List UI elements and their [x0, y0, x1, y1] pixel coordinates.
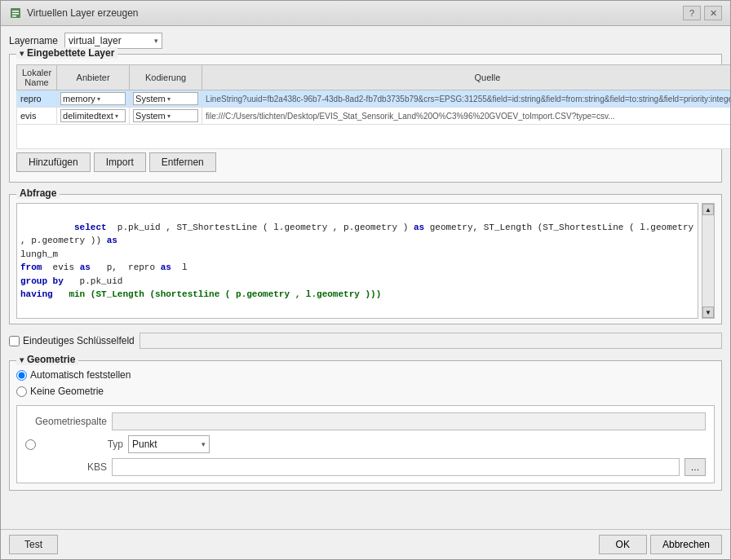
geometry-content: Automatisch feststellen Keine Geometrie …: [10, 361, 721, 490]
query-content: select p.pk_uid , ST_ShortestLine ( l.ge…: [10, 195, 721, 324]
embedded-layers-group: ▾ Eingebettete Layer Lokaler Name Anbiet…: [9, 54, 722, 183]
close-button[interactable]: ✕: [704, 6, 722, 20]
row1-encoding-combo[interactable]: System ▾: [133, 92, 198, 105]
row2-encoding-combo[interactable]: System ▾: [133, 109, 198, 122]
table-row[interactable]: repro memory ▾ System ▾: [17, 90, 731, 108]
title-bar-left: Virtuellen Layer erzeugen: [9, 7, 139, 20]
geo-type-row: Typ Punkt ▾: [25, 435, 706, 453]
row2-provider-arrow: ▾: [115, 112, 118, 120]
dialog-title: Virtuellen Layer erzeugen: [27, 7, 139, 19]
svg-rect-3: [12, 15, 16, 17]
embedded-layers-collapse[interactable]: ▾: [20, 49, 24, 58]
table-row[interactable]: evis delimitedtext ▾ System ▾: [17, 108, 731, 125]
geo-type-radio-label: [25, 439, 37, 450]
scroll-track: [702, 215, 714, 306]
title-bar-right: ? ✕: [683, 6, 722, 20]
footer: Test OK Abbrechen: [1, 529, 730, 559]
unique-key-checkbox-label: Eindeutiges Schlüsselfeld: [9, 335, 135, 346]
geo-col-row: Geometriespalte: [25, 412, 706, 430]
embedded-layers-content: Lokaler Name Anbieter Kodierung Quelle r…: [10, 55, 721, 182]
query-title: Abfrage: [16, 187, 60, 199]
layer-name-row: Layername virtual_layer ▾: [9, 33, 722, 49]
auto-detect-label: Automatisch feststellen: [30, 369, 131, 381]
layer-name-label: Layername: [9, 35, 58, 46]
row1-name: repro: [17, 90, 57, 108]
geometry-title: ▾ Geometrie: [16, 354, 78, 365]
ok-button[interactable]: OK: [599, 535, 647, 554]
row1-provider-arrow: ▾: [97, 95, 100, 103]
layers-table: Lokaler Name Anbieter Kodierung Quelle r…: [16, 64, 730, 149]
geo-kbs-row: KBS …: [25, 458, 706, 476]
layer-name-value: virtual_layer: [69, 35, 122, 46]
unique-key-checkbox[interactable]: [9, 336, 20, 346]
geo-kbs-input[interactable]: [112, 458, 680, 476]
cancel-button[interactable]: Abbrechen: [650, 535, 722, 554]
import-button[interactable]: Import: [94, 152, 146, 172]
remove-button[interactable]: Entfernen: [149, 152, 216, 172]
col-header-name: Lokaler Name: [17, 65, 57, 90]
unique-key-row: Eindeutiges Schlüsselfeld: [9, 333, 722, 349]
geometry-sub-box: Geometriespalte Typ Punkt ▾: [16, 405, 715, 483]
no-geometry-radio-label: Keine Geometrie: [16, 386, 715, 397]
row1-encoding-arrow: ▾: [167, 95, 171, 103]
row2-encoding: System ▾: [130, 108, 202, 125]
help-button[interactable]: ?: [683, 6, 701, 20]
layer-name-combo[interactable]: virtual_layer ▾: [64, 33, 162, 49]
col-header-source: Quelle: [202, 65, 730, 90]
embedded-layers-title: ▾ Eingebettete Layer: [16, 47, 117, 59]
scroll-up-button[interactable]: ▲: [702, 204, 714, 215]
main-dialog: Virtuellen Layer erzeugen ? ✕ Layername …: [0, 0, 731, 560]
svg-rect-2: [12, 13, 19, 15]
table-header-row: Lokaler Name Anbieter Kodierung Quelle: [17, 65, 731, 90]
geometry-collapse-arrow[interactable]: ▾: [20, 355, 24, 364]
geometry-title-label: Geometrie: [27, 354, 75, 365]
geometry-section: ▾ Geometrie Automatisch feststellen Kein…: [9, 360, 722, 491]
row1-source-text: LineString?uuid=fb2a438c-96b7-43db-8ad2-…: [206, 95, 730, 104]
row1-source: LineString?uuid=fb2a438c-96b7-43db-8ad2-…: [202, 90, 730, 108]
row2-source-text: file:///C:/Users/tlichten/Desktop/EVIS_S…: [206, 112, 614, 121]
geo-kbs-browse-button[interactable]: …: [684, 458, 706, 476]
no-geometry-label: Keine Geometrie: [30, 386, 104, 397]
test-button[interactable]: Test: [9, 535, 58, 554]
footer-right: OK Abbrechen: [599, 535, 722, 554]
unique-key-input[interactable]: [140, 333, 722, 349]
unique-key-label: Eindeutiges Schlüsselfeld: [23, 335, 135, 346]
dialog-content: Layername virtual_layer ▾ ▾ Eingebettete…: [1, 26, 730, 529]
row2-name: evis: [17, 108, 57, 125]
row2-provider-combo[interactable]: delimitedtext ▾: [60, 109, 126, 122]
title-bar: Virtuellen Layer erzeugen ? ✕: [1, 1, 730, 26]
auto-detect-radio[interactable]: [16, 370, 27, 381]
col-header-provider: Anbieter: [57, 65, 130, 90]
add-button[interactable]: Hinzufügen: [16, 152, 91, 172]
auto-detect-radio-label: Automatisch feststellen: [16, 369, 715, 381]
geo-type-combo[interactable]: Punkt ▾: [128, 435, 210, 453]
embedded-layers-label: Eingebettete Layer: [27, 47, 114, 59]
table-empty-row: [17, 125, 731, 149]
query-section: Abfrage select p.pk_uid , ST_ShortestLin…: [9, 194, 722, 324]
scroll-down-button[interactable]: ▼: [702, 306, 714, 318]
geo-type-label: Typ: [42, 439, 123, 450]
geo-col-input[interactable]: [112, 412, 706, 430]
row1-provider: memory ▾: [57, 90, 130, 108]
no-geometry-radio[interactable]: [16, 386, 27, 397]
row2-encoding-arrow: ▾: [167, 112, 171, 120]
row1-provider-combo[interactable]: memory ▾: [60, 92, 126, 105]
geo-type-arrow: ▾: [202, 440, 206, 448]
geo-type-value: Punkt: [132, 439, 157, 450]
geo-kbs-label: KBS: [25, 461, 107, 473]
sql-editor[interactable]: select p.pk_uid , ST_ShortestLine ( l.ge…: [16, 203, 698, 319]
row2-source: file:///C:/Users/tlichten/Desktop/EVIS_S…: [202, 108, 730, 125]
app-icon: [9, 7, 22, 20]
geo-type-radio[interactable]: [25, 439, 36, 450]
svg-rect-1: [12, 11, 19, 12]
query-scrollbar: ▲ ▼: [702, 203, 715, 319]
layer-name-arrow: ▾: [154, 37, 158, 45]
row2-provider: delimitedtext ▾: [57, 108, 130, 125]
row1-encoding: System ▾: [130, 90, 202, 108]
geo-col-label: Geometriespalte: [25, 416, 107, 427]
table-buttons-row: Hinzufügen Import Entfernen: [16, 149, 715, 175]
col-header-encoding: Kodierung: [130, 65, 202, 90]
